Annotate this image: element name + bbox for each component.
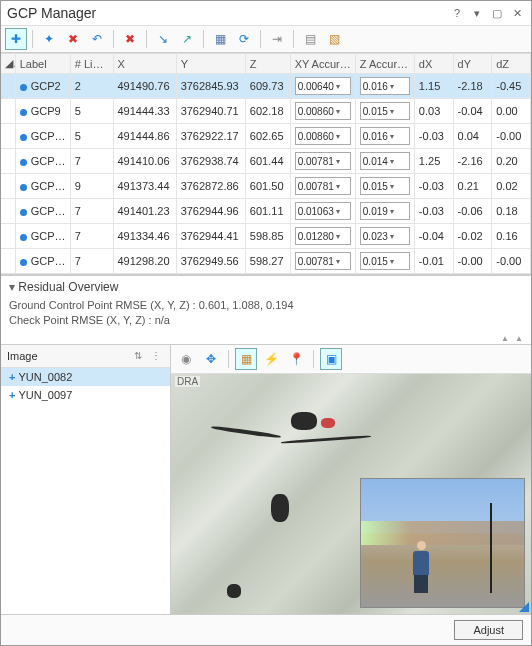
pin-icon[interactable]: 📍 [285, 348, 307, 370]
column-header[interactable]: X [113, 54, 176, 74]
accuracy-cell[interactable]: 0.00860▾ [295, 102, 351, 120]
image-mode-icon[interactable]: ▣ [320, 348, 342, 370]
help-icon[interactable]: ? [449, 5, 465, 21]
row-handle[interactable] [1, 174, 15, 199]
column-header[interactable]: XY Accuracy [290, 54, 355, 74]
table-row[interactable]: GCP22491490.763762845.93609.730.00640▾0.… [1, 74, 531, 99]
separator [146, 30, 147, 48]
sort-icon[interactable]: ⇅ [130, 348, 146, 364]
dx-cell: 1.15 [414, 74, 453, 99]
image-viewer: ◉ ✥ ▦ ⚡ 📍 ▣ DRA [171, 345, 531, 614]
column-header[interactable]: dX [414, 54, 453, 74]
delete-button[interactable]: ✖ [119, 28, 141, 50]
accuracy-cell[interactable]: 0.016▾ [360, 127, 410, 145]
adjust-button[interactable]: Adjust [454, 620, 523, 640]
y-cell: 3762845.93 [176, 74, 245, 99]
table-row[interactable]: GCP105491444.863762922.17602.650.00860▾0… [1, 124, 531, 149]
accuracy-cell[interactable]: 0.023▾ [360, 227, 410, 245]
undo-button[interactable]: ↶ [86, 28, 108, 50]
y-cell: 3762944.41 [176, 224, 245, 249]
main-toolbar: ✚ ✦ ✖ ↶ ✖ ↘ ↗ ▦ ⟳ ⇥ ▤ ▧ [1, 26, 531, 53]
pan-icon[interactable]: ✥ [200, 348, 222, 370]
label-cell: GCP11 [15, 149, 70, 174]
accuracy-cell[interactable]: 0.00640▾ [295, 77, 351, 95]
label-cell: GCP28 [15, 199, 70, 224]
accuracy-cell[interactable]: 0.015▾ [360, 102, 410, 120]
accuracy-cell[interactable]: 0.00781▾ [295, 177, 351, 195]
table-row[interactable]: GCP95491444.333762940.71602.180.00860▾0.… [1, 99, 531, 124]
accuracy-cell[interactable]: 0.019▾ [360, 202, 410, 220]
viewer-canvas[interactable]: DRA [171, 374, 531, 614]
import-button[interactable]: ↘ [152, 28, 174, 50]
table-row[interactable]: GCP269491373.443762872.86601.500.00781▾0… [1, 174, 531, 199]
column-header[interactable]: # Links [70, 54, 113, 74]
row-handle[interactable] [1, 149, 15, 174]
table-row[interactable]: GCP287491401.233762944.96601.110.01063▾0… [1, 199, 531, 224]
accuracy-cell[interactable]: 0.00860▾ [295, 127, 351, 145]
accuracy-cell[interactable]: 0.00781▾ [295, 252, 351, 270]
expand-icon[interactable]: + [9, 371, 15, 383]
column-header[interactable]: Z Accuracy [355, 54, 414, 74]
table-row[interactable]: GCP117491410.063762938.74601.440.00781▾0… [1, 149, 531, 174]
row-handle[interactable] [1, 74, 15, 99]
dz-cell: -0.00 [492, 249, 531, 274]
row-handle[interactable] [1, 124, 15, 149]
row-handle[interactable] [1, 249, 15, 274]
export-button[interactable]: ↗ [176, 28, 198, 50]
feature-mark [291, 412, 317, 430]
expand-icon[interactable]: + [9, 389, 15, 401]
image-list-item[interactable]: +YUN_0097 [1, 386, 170, 404]
dropdown-icon[interactable]: ▾ [469, 5, 485, 21]
close-icon[interactable]: ✕ [509, 5, 525, 21]
list-mode-icon[interactable]: ⋮ [148, 348, 164, 364]
z-cell: 602.18 [245, 99, 290, 124]
delete-tiepoint-button[interactable]: ✖ [62, 28, 84, 50]
report-button[interactable]: ▤ [299, 28, 321, 50]
add-tiepoint-button[interactable]: ✦ [38, 28, 60, 50]
accuracy-cell[interactable]: 0.01280▾ [295, 227, 351, 245]
accuracy-cell[interactable]: 0.00781▾ [295, 152, 351, 170]
column-header[interactable]: dZ [492, 54, 531, 74]
row-handle[interactable] [1, 99, 15, 124]
table-row[interactable]: GCP297491334.463762944.41598.850.01280▾0… [1, 224, 531, 249]
image-list-item[interactable]: +YUN_0082 [1, 368, 170, 386]
dy-cell: -0.06 [453, 199, 492, 224]
dx-cell: -0.04 [414, 224, 453, 249]
z-cell: 609.73 [245, 74, 290, 99]
add-gcp-button[interactable]: ✚ [5, 28, 27, 50]
column-header[interactable]: ◢ [1, 54, 15, 74]
accuracy-cell[interactable]: 0.014▾ [360, 152, 410, 170]
maximize-icon[interactable]: ▢ [489, 5, 505, 21]
dz-cell: 0.18 [492, 199, 531, 224]
column-header[interactable]: Y [176, 54, 245, 74]
label-cell: GCP9 [15, 99, 70, 124]
separator [260, 30, 261, 48]
accuracy-cell[interactable]: 0.015▾ [360, 177, 410, 195]
z-cell: 601.50 [245, 174, 290, 199]
table-row[interactable]: GCP307491298.203762949.56598.270.00781▾0… [1, 249, 531, 274]
column-header[interactable]: Z [245, 54, 290, 74]
image-header-label: Image [7, 350, 128, 362]
column-header[interactable]: dY [453, 54, 492, 74]
globe-icon[interactable]: ◉ [175, 348, 197, 370]
gcp-table[interactable]: ◢Label# LinksXYZXY AccuracyZ AccuracydXd… [1, 53, 531, 275]
row-handle[interactable] [1, 224, 15, 249]
refresh-button[interactable]: ⟳ [233, 28, 255, 50]
dx-cell: -0.03 [414, 124, 453, 149]
filter-button[interactable]: ▦ [209, 28, 231, 50]
accuracy-cell[interactable]: 0.015▾ [360, 252, 410, 270]
accuracy-cell[interactable]: 0.016▾ [360, 77, 410, 95]
flash-icon[interactable]: ⚡ [260, 348, 282, 370]
grid-icon[interactable]: ▦ [235, 348, 257, 370]
chart-button[interactable]: ▧ [323, 28, 345, 50]
accuracy-cell[interactable]: 0.01063▾ [295, 202, 351, 220]
resize-handle[interactable]: ▲ ▲ [1, 333, 531, 344]
feature-mark [271, 494, 289, 522]
corner-handle-icon[interactable] [519, 602, 529, 612]
dz-cell: -0.00 [492, 124, 531, 149]
row-handle[interactable] [1, 199, 15, 224]
measure-button[interactable]: ⇥ [266, 28, 288, 50]
column-header[interactable]: Label [15, 54, 70, 74]
label-cell: GCP10 [15, 124, 70, 149]
residual-header[interactable]: Residual Overview [9, 280, 523, 294]
